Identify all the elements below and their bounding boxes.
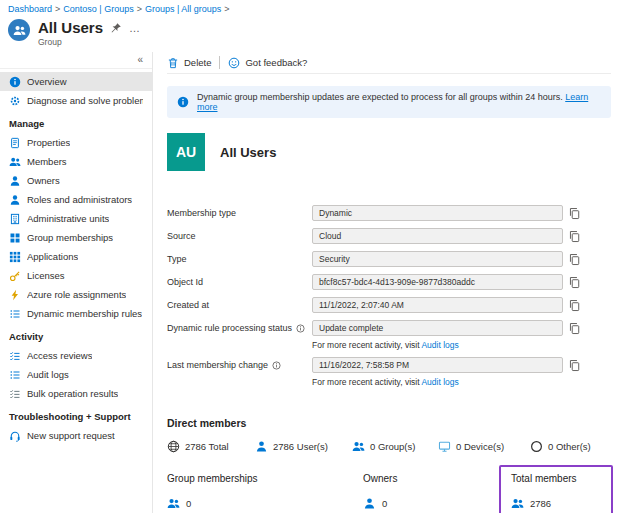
- stat-groups: 0 Group(s): [352, 440, 438, 453]
- sidebar-item-roles-administrators[interactable]: Roles and administrators: [0, 190, 152, 209]
- field-label: Last membership change: [167, 357, 312, 370]
- owners-title: Owners: [363, 473, 499, 484]
- sidebar-item-dynamic-membership-rules[interactable]: Dynamic membership rules: [0, 304, 152, 323]
- audit-logs-link[interactable]: Audit logs: [421, 377, 458, 387]
- sidebar-item-applications[interactable]: Applications: [0, 247, 152, 266]
- field-note: For more recent activity, visit Audit lo…: [312, 340, 581, 350]
- field-row-created-at: Created at 11/1/2022, 2:07:40 AM: [167, 297, 581, 313]
- stat-users: 2786 User(s): [255, 440, 352, 453]
- pin-icon[interactable]: [110, 22, 122, 34]
- owners-summary: Owners 0: [363, 473, 499, 510]
- breadcrumb-groups-all-groups[interactable]: Groups | All groups: [145, 4, 221, 14]
- total-members-count: 2786: [530, 498, 551, 509]
- trash-icon: [167, 57, 179, 69]
- info-tooltip-icon[interactable]: [272, 361, 281, 370]
- direct-members-stats: 2786 Total 2786 User(s) 0 Group(s) 0 Dev…: [167, 440, 611, 453]
- sidebar-item-bulk-operation-results[interactable]: Bulk operation results: [0, 384, 152, 403]
- copy-icon[interactable]: [568, 359, 581, 372]
- sidebar-item-label: Bulk operation results: [27, 388, 118, 399]
- feedback-smiley-icon: [228, 57, 240, 69]
- info-icon: [177, 96, 189, 108]
- sidebar-item-diagnose[interactable]: Diagnose and solve problems: [0, 91, 152, 110]
- breadcrumb-dashboard[interactable]: Dashboard: [8, 4, 52, 14]
- sidebar-item-label: Properties: [27, 137, 70, 148]
- people-icon: [352, 440, 365, 453]
- sidebar-section-troubleshooting-support: Troubleshooting + Support: [0, 403, 152, 426]
- sidebar-item-label: Owners: [27, 175, 60, 186]
- group-name: All Users: [220, 145, 276, 160]
- copy-icon[interactable]: [568, 230, 581, 243]
- field-label: Source: [167, 228, 312, 241]
- circle-icon: [530, 440, 543, 453]
- info-tooltip-icon[interactable]: [296, 324, 305, 333]
- sidebar-section-activity: Activity: [0, 323, 152, 346]
- sidebar-item-label: Group memberships: [27, 232, 113, 243]
- got-feedback-button[interactable]: Got feedback?: [228, 57, 307, 69]
- sidebar-item-owners[interactable]: Owners: [0, 171, 152, 190]
- sidebar-item-label: Licenses: [27, 270, 65, 281]
- field-row-source: Source Cloud: [167, 228, 581, 244]
- page-title: All Users: [38, 19, 103, 36]
- sidebar-item-label: Diagnose and solve problems: [27, 95, 143, 106]
- sidebar-item-properties[interactable]: Properties: [0, 133, 152, 152]
- sidebar-item-administrative-units[interactable]: Administrative units: [0, 209, 152, 228]
- person-badge-icon: [9, 194, 21, 206]
- person-icon: [9, 175, 21, 187]
- sidebar-item-label: Access reviews: [27, 350, 92, 361]
- command-bar: Delete Got feedback?: [167, 52, 611, 74]
- breadcrumb-contoso-groups[interactable]: Contoso | Groups: [63, 4, 133, 14]
- list-icon: [9, 369, 21, 381]
- list-icon: [9, 308, 21, 320]
- object-id-value: bfcf8c57-bdc4-4d13-909e-9877d380addc: [312, 274, 563, 290]
- document-icon: [9, 137, 21, 149]
- sidebar-item-label: Applications: [27, 251, 78, 262]
- group-memberships-count: 0: [186, 498, 191, 509]
- source-value: Cloud: [312, 228, 563, 244]
- sidebar-item-members[interactable]: Members: [0, 152, 152, 171]
- chevron-right-icon: [55, 4, 60, 14]
- group-memberships-summary: Group memberships 0: [167, 473, 363, 510]
- stat-devices: 0 Device(s): [438, 440, 530, 453]
- sidebar-item-label: Administrative units: [27, 213, 109, 224]
- group-fields: Membership type Dynamic Source Cloud Typ…: [167, 205, 581, 387]
- sidebar-item-overview[interactable]: Overview: [0, 72, 152, 91]
- sidebar-item-label: Roles and administrators: [27, 194, 132, 205]
- group-memberships-title: Group memberships: [167, 473, 363, 484]
- sidebar-item-group-memberships[interactable]: Group memberships: [0, 228, 152, 247]
- key-icon: [9, 270, 21, 282]
- field-label: Membership type: [167, 205, 312, 218]
- sidebar-item-audit-logs[interactable]: Audit logs: [0, 365, 152, 384]
- field-row-type: Type Security: [167, 251, 581, 267]
- field-row-object-id: Object Id bfcf8c57-bdc4-4d13-909e-9877d3…: [167, 274, 581, 290]
- sidebar-item-label: Overview: [27, 76, 67, 87]
- people-icon: [9, 156, 21, 168]
- copy-icon[interactable]: [568, 322, 581, 335]
- type-value: Security: [312, 251, 563, 267]
- more-menu-icon[interactable]: …: [129, 24, 141, 32]
- sidebar: « Overview Diagnose and solve problems M…: [0, 52, 153, 513]
- sidebar-item-licenses[interactable]: Licenses: [0, 266, 152, 285]
- group-avatar: AU: [167, 133, 205, 171]
- audit-logs-link[interactable]: Audit logs: [421, 340, 458, 350]
- list-check-icon: [9, 350, 21, 362]
- copy-icon[interactable]: [568, 299, 581, 312]
- copy-icon[interactable]: [568, 207, 581, 220]
- group-icon: [8, 19, 30, 41]
- sidebar-item-azure-role-assignments[interactable]: Azure role assignments: [0, 285, 152, 304]
- stat-others: 0 Other(s): [530, 440, 591, 453]
- summary-section: Group memberships 0 Owners 0 Total membe…: [167, 473, 619, 513]
- owners-count: 0: [382, 498, 387, 509]
- field-row-dynamic-rule-status: Dynamic rule processing status Update co…: [167, 320, 581, 336]
- copy-icon[interactable]: [568, 253, 581, 266]
- page-subtitle: Group: [38, 37, 141, 47]
- sidebar-item-new-support-request[interactable]: New support request: [0, 426, 152, 445]
- people-icon: [511, 497, 524, 510]
- sidebar-collapse-button[interactable]: «: [0, 52, 152, 69]
- field-label: Object Id: [167, 274, 312, 287]
- delete-button[interactable]: Delete: [167, 57, 211, 69]
- copy-icon[interactable]: [568, 276, 581, 289]
- chevron-right-icon: [137, 4, 142, 14]
- sidebar-item-access-reviews[interactable]: Access reviews: [0, 346, 152, 365]
- feedback-label: Got feedback?: [245, 57, 307, 68]
- banner-text: Dynamic group membership updates are exp…: [197, 92, 601, 112]
